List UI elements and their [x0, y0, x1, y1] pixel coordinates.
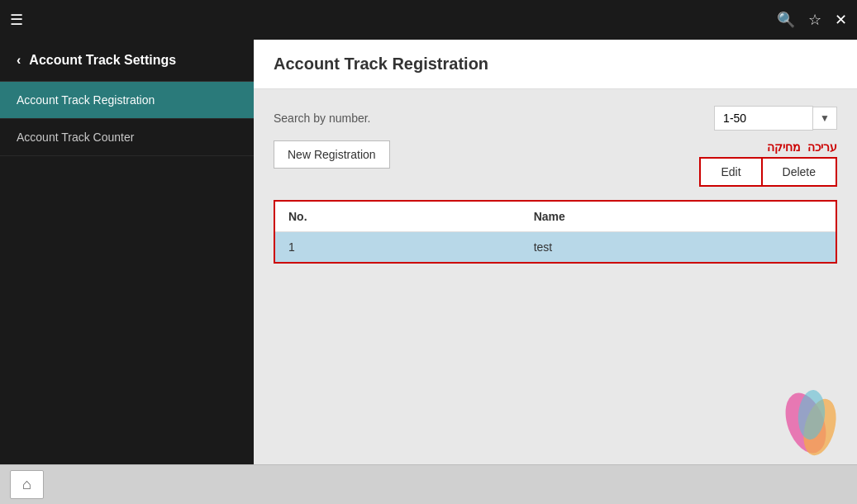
content-area: Account Track Registration Search by num… [254, 40, 857, 464]
new-registration-button[interactable]: New Registration [274, 140, 390, 169]
sidebar: ‹ Account Track Settings Account Track R… [0, 40, 254, 464]
buttons-row: New Registration מחיקה עריכה Edit Delete [274, 140, 837, 187]
top-bar-left: ☰ [10, 11, 23, 29]
search-row: Search by number. ▼ [274, 106, 837, 131]
sidebar-title: Account Track Settings [29, 53, 176, 68]
sidebar-header: ‹ Account Track Settings [0, 40, 254, 82]
table-wrapper: No. Name 1test [274, 200, 837, 264]
hebrew-labels-row: מחיקה עריכה [767, 140, 837, 154]
sidebar-item-registration[interactable]: Account Track Registration [0, 82, 254, 119]
cell-name: test [521, 232, 836, 263]
edit-button[interactable]: Edit [699, 157, 762, 187]
search-label: Search by number. [274, 112, 371, 125]
top-bar: ☰ 🔍 ☆ ✕ [0, 0, 857, 40]
column-header-name: Name [521, 202, 836, 232]
cell-no: 1 [275, 232, 521, 263]
bottom-bar: ⌂ [0, 464, 857, 504]
table-header-row: No. Name [275, 202, 836, 232]
table-row[interactable]: 1test [275, 232, 836, 263]
table-body: 1test [275, 232, 836, 263]
content-header: Account Track Registration [254, 40, 857, 89]
content-body: Search by number. ▼ New Registration מחי… [254, 89, 857, 464]
label-hebrew-edit: עריכה [807, 140, 837, 154]
search-input[interactable] [714, 106, 813, 131]
hamburger-icon[interactable]: ☰ [10, 11, 23, 29]
main-layout: ‹ Account Track Settings Account Track R… [0, 40, 857, 464]
delete-button[interactable]: Delete [763, 157, 837, 187]
star-icon[interactable]: ☆ [808, 11, 821, 29]
sidebar-item-registration-label: Account Track Registration [17, 93, 155, 107]
top-bar-right: 🔍 ☆ ✕ [777, 11, 847, 29]
sidebar-item-counter-label: Account Track Counter [17, 131, 134, 144]
back-arrow-icon[interactable]: ‹ [17, 53, 21, 68]
page-title: Account Track Registration [274, 55, 488, 73]
sidebar-item-counter[interactable]: Account Track Counter [0, 119, 254, 156]
search-icon[interactable]: 🔍 [777, 11, 795, 29]
sidebar-menu: Account Track Registration Account Track… [0, 82, 254, 464]
edit-delete-buttons: Edit Delete [699, 157, 837, 187]
search-dropdown-button[interactable]: ▼ [813, 107, 837, 130]
edit-delete-wrapper: מחיקה עריכה Edit Delete [699, 140, 837, 187]
home-button[interactable]: ⌂ [10, 470, 44, 499]
search-input-wrapper: ▼ [714, 106, 837, 131]
data-table: No. Name 1test [275, 202, 836, 262]
column-header-no: No. [275, 202, 521, 232]
close-icon[interactable]: ✕ [835, 11, 847, 29]
label-hebrew-delete: מחיקה [767, 140, 801, 154]
